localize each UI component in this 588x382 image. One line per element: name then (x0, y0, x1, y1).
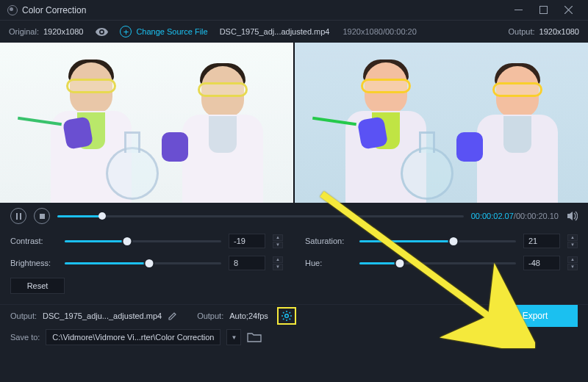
hue-down[interactable]: ▼ (567, 264, 578, 270)
change-source-button[interactable]: + Change Source File (120, 26, 207, 37)
hue-slider[interactable] (359, 262, 516, 264)
output-label: Output: (508, 27, 534, 36)
output-row: Output: DSC_1975_adju..._adjusted.mp4 Ou… (0, 304, 588, 326)
contrast-label: Contrast: (10, 237, 57, 245)
rename-icon[interactable] (168, 311, 178, 321)
save-path-field[interactable]: C:\Vidmore\Vidmore Vi...rter\Color Corre… (46, 329, 220, 345)
svg-rect-2 (40, 214, 45, 219)
close-button[interactable] (556, 0, 581, 21)
save-path-dropdown[interactable]: ▼ (226, 329, 241, 345)
export-button[interactable]: Export (492, 305, 578, 327)
saturation-down[interactable]: ▼ (567, 242, 578, 248)
brightness-slider[interactable] (65, 262, 221, 264)
save-row: Save to: C:\Vidmore\Vidmore Vi...rter\Co… (0, 326, 588, 348)
contrast-up[interactable]: ▲ (273, 234, 283, 241)
app-logo-icon (7, 5, 18, 15)
saturation-slider[interactable] (359, 240, 516, 242)
svg-point-1 (101, 30, 104, 33)
contrast-value[interactable]: -19 (229, 234, 265, 248)
brightness-down[interactable]: ▼ (273, 264, 283, 270)
source-filename: DSC_1975_adj...adjusted.mp4 (220, 27, 330, 36)
output-file-label: Output: (10, 311, 37, 320)
output-format-value: Auto;24fps (229, 311, 268, 320)
seek-slider[interactable] (57, 215, 464, 217)
save-to-label: Save to: (10, 333, 40, 342)
titlebar: Color Correction (0, 0, 588, 21)
preview-toggle-icon[interactable] (95, 25, 108, 38)
settings-gear-icon[interactable] (281, 310, 293, 322)
info-bar: Original: 1920x1080 + Change Source File… (0, 21, 588, 43)
minimize-button[interactable] (506, 0, 531, 21)
saturation-up[interactable]: ▲ (567, 234, 578, 241)
source-res-duration: 1920x1080/00:00:20 (343, 27, 416, 36)
change-source-label: Change Source File (136, 27, 207, 36)
brightness-value[interactable]: 8 (229, 256, 265, 270)
plus-circle-icon: + (120, 26, 132, 37)
volume-icon[interactable] (566, 210, 578, 222)
brightness-label: Brightness: (10, 259, 57, 267)
output-format-label: Output: (197, 311, 223, 320)
pause-button[interactable] (10, 208, 26, 224)
reset-button[interactable]: Reset (10, 278, 65, 294)
maximize-button[interactable] (531, 0, 556, 21)
adjustment-sliders: Contrast: -19 ▲▼ Saturation: 21 ▲▼ Brigh… (0, 229, 588, 272)
preview-original-pane (0, 43, 293, 203)
saturation-value[interactable]: 21 (523, 234, 560, 248)
output-resolution: 1920x1080 (539, 27, 579, 36)
hue-value[interactable]: -48 (523, 256, 560, 270)
original-resolution: 1920x1080 (43, 27, 83, 36)
settings-highlight (277, 307, 296, 325)
hue-label: Hue: (305, 259, 352, 267)
contrast-row: Contrast: -19 ▲▼ (10, 234, 283, 248)
saturation-label: Saturation: (305, 237, 352, 245)
saturation-row: Saturation: 21 ▲▼ (305, 234, 578, 248)
brightness-up[interactable]: ▲ (273, 256, 283, 263)
browse-folder-icon[interactable] (247, 331, 262, 343)
window-title: Color Correction (22, 5, 86, 15)
time-display: 00:00:02.07/00:00:20.10 (471, 212, 559, 220)
svg-rect-0 (539, 7, 547, 14)
playback-bar: 00:00:02.07/00:00:20.10 (0, 203, 588, 229)
hue-row: Hue: -48 ▲▼ (305, 256, 578, 270)
preview-area (0, 43, 588, 203)
contrast-slider[interactable] (65, 240, 221, 242)
output-filename: DSC_1975_adju..._adjusted.mp4 (43, 311, 162, 320)
original-label: Original: (9, 27, 39, 36)
stop-button[interactable] (34, 208, 50, 224)
preview-output-pane (295, 43, 588, 203)
hue-up[interactable]: ▲ (567, 256, 578, 263)
contrast-down[interactable]: ▼ (273, 242, 283, 248)
brightness-row: Brightness: 8 ▲▼ (10, 256, 283, 270)
svg-point-3 (285, 314, 289, 317)
